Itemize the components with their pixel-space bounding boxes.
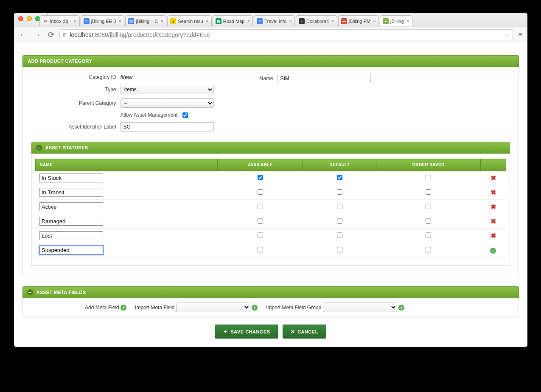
- tab[interactable]: MInbox (8) - ×: [39, 15, 80, 26]
- status-name-input[interactable]: [39, 202, 103, 211]
- allow-asset-checkbox[interactable]: [182, 112, 188, 118]
- tab[interactable]: ●jBilling×: [380, 15, 412, 26]
- add-status-icon[interactable]: +: [490, 248, 496, 254]
- status-row: ✖: [35, 171, 506, 185]
- tab-label: Search resu: [178, 19, 203, 24]
- status-row: +: [35, 243, 506, 258]
- tab-favicon-icon: ▲: [170, 18, 176, 24]
- tab[interactable]: ○Collaborati×: [296, 15, 337, 26]
- import-meta-field-label: Import Meta Field: [135, 305, 174, 311]
- cancel-button[interactable]: ✕ CANCEL: [283, 325, 326, 339]
- save-button[interactable]: ＋ SAVE CHANGES: [215, 325, 278, 339]
- asset-statuses-table: NAME AVAILABLE DEFAULT ORDER SAVED ✖✖✖✖✖…: [35, 159, 506, 258]
- tab-close-icon[interactable]: ×: [406, 18, 409, 24]
- action-bar: ＋ SAVE CHANGES ✕ CANCEL: [22, 325, 519, 339]
- asset-statuses-header[interactable]: − ASSET STATUSES: [31, 142, 510, 154]
- bookmark-icon[interactable]: ☆: [505, 31, 510, 38]
- status-row: ✖: [35, 229, 506, 243]
- tab-close-icon[interactable]: ×: [247, 18, 250, 24]
- name-label: Name: [248, 76, 273, 81]
- status-default-checkbox[interactable]: [337, 189, 342, 195]
- col-order-saved: ORDER SAVED: [376, 159, 480, 171]
- status-default-checkbox[interactable]: [337, 218, 342, 224]
- delete-status-icon[interactable]: ✖: [491, 174, 496, 182]
- status-name-input[interactable]: [39, 246, 103, 255]
- type-select[interactable]: Items: [121, 85, 214, 94]
- delete-status-icon[interactable]: ✖: [491, 189, 496, 196]
- nav-toolbar: ← → ⟳ 🗎 localhost:8080/jbilling/product/…: [14, 26, 527, 43]
- tab-close-icon[interactable]: ×: [206, 18, 209, 24]
- col-name: NAME: [35, 159, 218, 171]
- status-ordersaved-checkbox[interactable]: [426, 204, 431, 209]
- tab[interactable]: ≡jBilling EE 3×: [81, 15, 125, 26]
- asset-identifier-label: Asset Identifier Label: [31, 124, 116, 130]
- status-ordersaved-checkbox[interactable]: [426, 175, 431, 180]
- status-default-checkbox[interactable]: [337, 247, 342, 252]
- import-meta-field-button[interactable]: +: [252, 305, 258, 311]
- tab-close-icon[interactable]: ×: [331, 18, 334, 24]
- status-name-input[interactable]: [39, 174, 103, 182]
- close-window-icon[interactable]: [18, 16, 23, 21]
- panel-header-add-category: ADD PRODUCT CATEGORY: [22, 55, 519, 67]
- tab-close-icon[interactable]: ×: [118, 18, 121, 24]
- status-ordersaved-checkbox[interactable]: [426, 189, 431, 195]
- tab-label: Inbox (8) -: [50, 19, 71, 24]
- delete-status-icon[interactable]: ✖: [491, 203, 496, 210]
- tab[interactable]: ≡Travel Info×: [254, 15, 295, 26]
- collapse-icon[interactable]: −: [36, 145, 42, 151]
- status-available-checkbox[interactable]: [258, 218, 263, 224]
- import-meta-group-button[interactable]: +: [398, 305, 404, 311]
- tab[interactable]: ⊞Road Map×: [213, 15, 253, 26]
- tab-close-icon[interactable]: ×: [74, 18, 77, 24]
- import-meta-group-label: Import Meta Field Group: [266, 305, 321, 311]
- status-name-input[interactable]: [39, 231, 103, 240]
- asset-identifier-input[interactable]: [121, 122, 214, 132]
- tab-close-icon[interactable]: ×: [289, 18, 292, 24]
- address-bar[interactable]: 🗎 localhost:8080/jbilling/product/editCa…: [59, 29, 513, 40]
- add-meta-field-label: Add Meta Field: [85, 305, 119, 311]
- panel-body-add-category: Category ID New Type Items Parent Catego…: [22, 67, 519, 276]
- delete-status-icon[interactable]: ✖: [491, 232, 496, 239]
- status-default-checkbox[interactable]: [337, 232, 342, 238]
- col-available: AVAILABLE: [218, 159, 303, 171]
- status-name-input[interactable]: [39, 188, 103, 197]
- status-default-checkbox[interactable]: [337, 204, 342, 209]
- tab-close-icon[interactable]: ×: [373, 18, 376, 24]
- asset-meta-fields-header[interactable]: − ASSET META FIELDS: [22, 286, 519, 298]
- tab[interactable]: —jBilling PM×: [338, 15, 379, 26]
- tab[interactable]: ▲Search resu×: [167, 15, 211, 26]
- tab-favicon-icon: ●: [383, 18, 389, 24]
- forward-button[interactable]: →: [32, 30, 43, 40]
- status-available-checkbox[interactable]: [258, 175, 263, 180]
- delete-status-icon[interactable]: ✖: [491, 218, 496, 225]
- status-available-checkbox[interactable]: [258, 247, 263, 252]
- reload-button[interactable]: ⟳: [46, 29, 56, 40]
- tab[interactable]: 22jBilling – C×: [125, 15, 166, 26]
- status-row: ✖: [35, 200, 506, 214]
- import-meta-field-select[interactable]: [176, 302, 250, 312]
- status-available-checkbox[interactable]: [258, 204, 263, 209]
- tab-favicon-icon: —: [341, 18, 347, 24]
- collapse-icon[interactable]: −: [27, 289, 33, 295]
- save-icon: ＋: [223, 328, 228, 335]
- import-meta-group-select[interactable]: [323, 302, 397, 312]
- col-default: DEFAULT: [303, 159, 376, 171]
- add-meta-field-button[interactable]: +: [121, 305, 126, 311]
- page-content: ADD PRODUCT CATEGORY Category ID New Typ…: [14, 43, 527, 347]
- status-available-checkbox[interactable]: [258, 189, 263, 195]
- status-default-checkbox[interactable]: [337, 175, 342, 180]
- status-ordersaved-checkbox[interactable]: [426, 232, 431, 238]
- status-ordersaved-checkbox[interactable]: [426, 247, 431, 252]
- tab-close-icon[interactable]: ×: [160, 18, 163, 24]
- status-row: ✖: [35, 214, 506, 229]
- asset-statuses-panel: − ASSET STATUSES NAME AVAILABLE DEFAULT …: [31, 142, 510, 266]
- status-name-input[interactable]: [39, 217, 103, 226]
- minimize-window-icon[interactable]: [27, 16, 32, 21]
- status-ordersaved-checkbox[interactable]: [426, 218, 431, 224]
- status-available-checkbox[interactable]: [258, 232, 263, 238]
- name-input[interactable]: [278, 74, 371, 83]
- back-button[interactable]: ←: [17, 30, 28, 40]
- menu-button[interactable]: ≡: [516, 31, 524, 39]
- tab-label: jBilling PM: [349, 19, 370, 24]
- parent-category-select[interactable]: --: [121, 98, 214, 108]
